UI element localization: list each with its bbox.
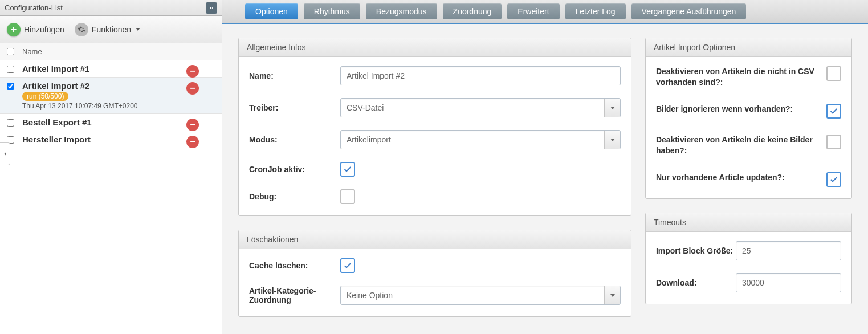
minus-icon: − <box>190 137 195 147</box>
download-label: Download: <box>656 278 736 287</box>
check-icon <box>343 261 352 270</box>
list-item[interactable]: Artikel Import #2 run (50/500) Thu Apr 1… <box>0 78 222 114</box>
main: Optionen Rhythmus Bezugsmodus Zuordnung … <box>222 0 868 334</box>
delete-button[interactable]: − <box>186 82 199 95</box>
cron-label: CronJob aktiv: <box>249 165 340 174</box>
panel-title: Timeouts <box>646 213 851 232</box>
chevron-left-icon <box>2 150 9 157</box>
row-checkbox[interactable] <box>7 119 14 127</box>
status-badge: run (50/500) <box>22 92 68 101</box>
debug-checkbox[interactable] <box>340 189 355 204</box>
panel-timeouts: Timeouts Import Block Größe: Download: <box>645 213 852 304</box>
name-column-header: Name <box>22 47 42 56</box>
tab-vergangene[interactable]: Vergangene Ausführungen <box>631 3 747 19</box>
opt3-label: Deaktivieren von Artikeln die keine Bild… <box>656 135 818 156</box>
sidebar: Configuration-List + Hinzufügen Funktion… <box>0 0 222 334</box>
collapse-button[interactable] <box>206 2 217 14</box>
tab-bar: Optionen Rhythmus Bezugsmodus Zuordnung … <box>222 0 868 24</box>
mode-label: Modus: <box>249 135 340 144</box>
mode-select[interactable] <box>340 130 621 149</box>
minus-icon: − <box>190 83 195 93</box>
row-timestamp: Thu Apr 13 2017 10:07:49 GMT+0200 <box>22 102 215 110</box>
panel-delete: Löschaktionen Cache löschen: Artikel-Kat… <box>238 230 631 317</box>
block-input[interactable] <box>736 241 841 260</box>
opt4-label: Nur vorhandene Article updaten?: <box>656 172 818 183</box>
block-label: Import Block Größe: <box>656 246 736 255</box>
panel-title: Löschaktionen <box>239 230 631 249</box>
cache-label: Cache löschen: <box>249 261 340 270</box>
add-button[interactable]: + Hinzufügen <box>7 23 64 36</box>
plus-icon: + <box>7 23 21 36</box>
mode-value <box>340 130 621 149</box>
delete-button[interactable]: − <box>186 136 199 148</box>
check-icon <box>829 107 838 116</box>
gear-icon <box>75 23 88 36</box>
caret-down-icon <box>610 107 615 109</box>
check-icon <box>829 175 838 184</box>
opt1-checkbox[interactable] <box>826 66 841 81</box>
opt2-checkbox[interactable] <box>826 104 841 119</box>
driver-label: Treiber: <box>249 103 340 112</box>
list-header: Name <box>0 43 222 60</box>
catmap-value <box>340 286 621 305</box>
panel-import-options: Artikel Import Optionen Deaktivieren von… <box>645 38 852 199</box>
tab-erweitert[interactable]: Erweitert <box>507 3 559 19</box>
minus-icon: − <box>190 66 195 76</box>
sidebar-toolbar: + Hinzufügen Funktionen <box>0 16 222 43</box>
list-item[interactable]: Bestell Export #1 − <box>0 114 222 131</box>
cache-checkbox[interactable] <box>340 258 355 273</box>
download-input[interactable] <box>736 273 841 292</box>
debug-label: Debug: <box>249 192 340 201</box>
driver-select[interactable] <box>340 98 621 117</box>
catmap-label: Artikel-Kategorie-Zuordnung <box>249 286 340 304</box>
list-item[interactable]: Hersteller Import − <box>0 131 222 148</box>
row-checkbox[interactable] <box>7 83 14 90</box>
list-item[interactable]: Artikel Import #1 − <box>0 60 222 78</box>
catmap-select[interactable] <box>340 286 621 305</box>
row-checkbox[interactable] <box>7 66 14 73</box>
caret-down-icon <box>610 139 615 141</box>
chevron-left-double-icon <box>208 5 215 11</box>
delete-button[interactable]: − <box>186 65 199 78</box>
driver-value <box>340 98 621 117</box>
tab-rhythmus[interactable]: Rhythmus <box>304 3 360 19</box>
minus-icon: − <box>190 120 195 130</box>
functions-label: Funktionen <box>92 25 131 34</box>
select-all-checkbox[interactable] <box>7 48 14 55</box>
functions-button[interactable]: Funktionen <box>75 23 140 36</box>
panel-title: Allgemeine Infos <box>239 38 631 57</box>
sidebar-title: Configuration-List <box>5 3 63 12</box>
name-label: Name: <box>249 71 340 80</box>
tab-bezugsmodus[interactable]: Bezugsmodus <box>366 3 437 19</box>
add-label: Hinzufügen <box>24 25 64 34</box>
name-input[interactable] <box>340 66 621 85</box>
cron-checkbox[interactable] <box>340 162 355 177</box>
content: Allgemeine Infos Name: Treiber: <box>222 24 868 334</box>
dropdown-toggle[interactable] <box>604 131 620 149</box>
panel-title: Artikel Import Optionen <box>646 38 851 57</box>
dropdown-toggle[interactable] <box>604 99 620 117</box>
tab-zuordnung[interactable]: Zuordnung <box>443 3 502 19</box>
tab-optionen[interactable]: Optionen <box>245 3 298 19</box>
side-expand-handle[interactable] <box>0 142 10 165</box>
dropdown-toggle[interactable] <box>604 286 620 304</box>
config-list: Artikel Import #1 − Artikel Import #2 ru… <box>0 60 222 334</box>
check-icon <box>343 165 352 174</box>
delete-button[interactable]: − <box>186 119 199 131</box>
opt1-label: Deaktivieren von Artikeln die nicht in C… <box>656 66 818 88</box>
tab-letzter-log[interactable]: Letzter Log <box>565 3 626 19</box>
sidebar-header: Configuration-List <box>0 0 222 16</box>
opt3-checkbox[interactable] <box>826 135 841 149</box>
caret-down-icon <box>610 294 615 297</box>
panel-general: Allgemeine Infos Name: Treiber: <box>238 38 631 216</box>
opt4-checkbox[interactable] <box>826 172 841 187</box>
opt2-label: Bilder ignorieren wenn vorhanden?: <box>656 104 818 115</box>
caret-down-icon <box>136 28 140 31</box>
